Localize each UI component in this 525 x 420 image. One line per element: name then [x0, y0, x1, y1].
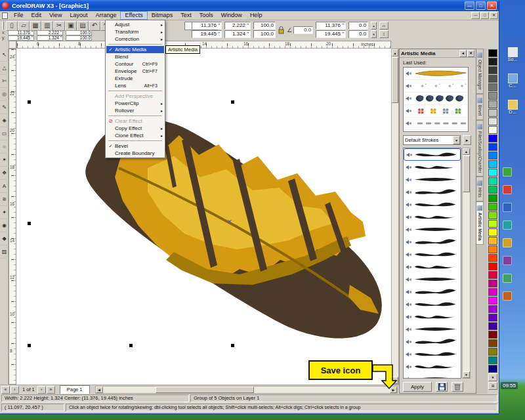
stroke-item[interactable] [404, 335, 461, 348]
desktop-icon[interactable]: D... [501, 100, 524, 114]
knife-tool[interactable]: ✄ [0, 75, 9, 88]
palette-swatch[interactable] [488, 169, 497, 177]
palette-swatch[interactable] [488, 245, 497, 253]
menu-item-extrude[interactable]: Extrude [106, 75, 164, 82]
stroke-item[interactable] [404, 360, 461, 373]
stroke-item[interactable] [404, 198, 461, 211]
menubar-item-edit[interactable]: Edit [28, 11, 46, 20]
desktop-shortcut-icon[interactable] [503, 185, 512, 194]
palette-swatch[interactable] [488, 177, 497, 185]
menubar-item-layout[interactable]: Layout [66, 11, 91, 20]
palette-swatch[interactable] [488, 254, 497, 262]
palette-swatch[interactable] [488, 356, 497, 364]
center-y-field[interactable]: 19.445 " [316, 30, 346, 38]
docker-flyout-icon[interactable]: ▸ [463, 135, 471, 145]
stroke-item[interactable] [404, 323, 461, 335]
next-page-button[interactable]: › [37, 386, 46, 394]
stroke-list-scrollbar[interactable]: ▲ ▼ [462, 148, 471, 379]
object-x-field[interactable]: 11.376 " [8, 30, 34, 35]
restore-button[interactable]: □ [476, 1, 486, 10]
scroll-left-icon[interactable]: ◀ [96, 387, 103, 393]
menu-item-create-boundary[interactable]: Create Boundary [106, 150, 164, 157]
menu-item-powerclip[interactable]: PowerClip▸ [106, 100, 164, 107]
palette-swatch[interactable] [488, 186, 497, 194]
palette-swatch[interactable] [488, 331, 497, 339]
delete-button[interactable] [452, 382, 463, 392]
palette-swatch[interactable] [488, 194, 497, 202]
page-tab[interactable]: Page 1 [60, 385, 90, 394]
dropdown-caret-icon[interactable]: ▼ [453, 136, 460, 144]
child-close-button[interactable]: ✕ [490, 12, 498, 19]
smart-fill-tool[interactable]: ◈ [0, 114, 9, 127]
desktop-shortcut-icon[interactable] [503, 203, 512, 212]
object-y-field[interactable]: 19.445 " [8, 35, 34, 41]
palette-swatch[interactable] [488, 58, 497, 66]
canvas-drawing[interactable] [16, 49, 391, 385]
stroke-scroll-down-icon[interactable]: ▼ [463, 371, 470, 378]
selection-handle[interactable] [28, 222, 31, 225]
copy-button[interactable]: ▣ [65, 21, 77, 31]
palette-swatch[interactable] [488, 49, 497, 57]
vertical-ruler[interactable]: 24222018161412108 [9, 49, 16, 385]
stroke-item[interactable] [404, 285, 461, 298]
child-minimize-button[interactable]: — [471, 12, 480, 19]
skew-x-field[interactable]: 0.0 [348, 22, 368, 30]
stroke-item[interactable] [404, 173, 461, 186]
spinner-down-icon[interactable]: ▼ [371, 30, 377, 38]
menu-item-transform[interactable]: Transform▸ [106, 28, 164, 35]
zoom-tool[interactable]: ◎ [0, 88, 9, 101]
last-page-button[interactable]: » [47, 386, 55, 394]
last-used-item[interactable] [404, 68, 468, 80]
ellipse-tool[interactable]: ○ [0, 140, 9, 154]
palette-swatch[interactable] [488, 126, 497, 134]
polygon-tool[interactable]: ✶ [0, 154, 9, 167]
scale-y-field[interactable]: 100.0 [253, 30, 276, 38]
scroll-down-icon[interactable]: ▼ [392, 377, 398, 384]
palette-expand-icon[interactable]: ⊞ [488, 382, 497, 390]
selection-handle[interactable] [129, 344, 133, 347]
title-bar[interactable]: CorelDRAW X3 - [Graphic1] — □ ✕ [0, 0, 499, 11]
selection-handle[interactable] [28, 100, 31, 104]
palette-swatch[interactable] [488, 117, 497, 125]
menu-item-lens[interactable]: LensAlt+F3 [106, 82, 164, 89]
last-used-item[interactable] [404, 117, 468, 130]
selection-handle[interactable] [28, 344, 31, 347]
pick-tool[interactable]: ↖ [0, 49, 9, 62]
stroke-item[interactable] [404, 223, 461, 236]
menu-item-copy-effect[interactable]: Copy Effect▸ [106, 125, 164, 132]
palette-swatch[interactable] [488, 75, 497, 83]
skew-y-field[interactable]: 0.0 [348, 30, 368, 38]
desktop-shortcut-icon[interactable] [503, 274, 512, 283]
menu-item-blend[interactable]: Blend [106, 53, 164, 60]
undo-button[interactable]: ↶ [89, 21, 100, 31]
menubar-item-window[interactable]: Window [217, 11, 246, 20]
menu-item-artistic-media[interactable]: ✓Artistic Media [106, 46, 164, 53]
stroke-item[interactable] [404, 211, 461, 223]
palette-swatch[interactable] [488, 135, 497, 142]
stroke-item[interactable] [404, 273, 461, 285]
desktop-shortcut-icon[interactable] [503, 256, 512, 265]
close-button[interactable]: ✕ [487, 1, 497, 10]
palette-swatch[interactable] [488, 143, 497, 151]
object-scaley-field[interactable]: 100.0 [66, 35, 92, 41]
desktop-shortcut-icon[interactable] [503, 220, 512, 230]
vertical-scrollbar[interactable]: ▲ ▼ [391, 49, 399, 385]
basic-shapes-tool[interactable]: ❖ [0, 167, 9, 180]
last-used-item[interactable] [404, 80, 468, 93]
spinner-up-icon[interactable]: ▲ [371, 22, 377, 30]
palette-swatch[interactable] [488, 348, 497, 356]
palette-swatch[interactable] [488, 237, 497, 245]
menubar-item-view[interactable]: View [45, 11, 66, 20]
stroke-item[interactable] [404, 236, 461, 248]
palette-swatch[interactable] [488, 262, 497, 270]
interactive-fill-tool[interactable]: ▨ [0, 245, 9, 259]
docker-tab-bevel[interactable]: Bevel [476, 94, 484, 119]
selection-handle[interactable] [231, 344, 234, 347]
menubar-item-text[interactable]: Text [177, 11, 196, 20]
fill-tool[interactable]: ◆ [0, 232, 9, 245]
paste-button[interactable]: ▤ [77, 21, 89, 31]
docker-close-icon[interactable]: ✕ [467, 50, 474, 57]
stroke-item[interactable] [404, 261, 461, 273]
scroll-up-icon[interactable]: ▲ [392, 49, 398, 56]
menubar-item-effects[interactable]: Effects [120, 11, 147, 20]
